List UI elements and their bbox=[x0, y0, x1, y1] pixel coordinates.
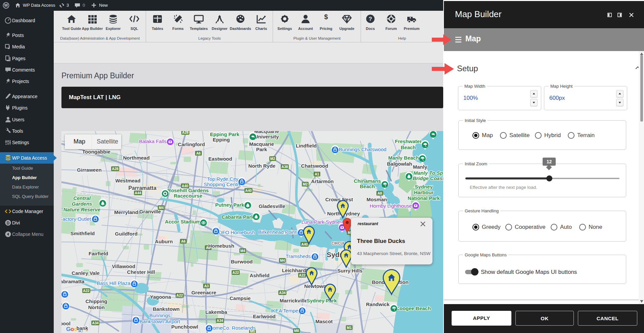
svg-text:Randwick: Randwick bbox=[366, 301, 390, 307]
svg-text:Yagoona: Yagoona bbox=[150, 294, 171, 300]
svg-text:Accor Stadium: Accor Stadium bbox=[165, 219, 200, 224]
svg-text:Birkenhead Point: Birkenhead Point bbox=[258, 229, 297, 235]
svg-text:Punchbowl: Punchbowl bbox=[171, 324, 198, 330]
svg-text:Granville: Granville bbox=[139, 209, 161, 214]
svg-text:A22: A22 bbox=[232, 270, 239, 275]
svg-text:Epping: Epping bbox=[213, 137, 230, 142]
svg-text:A3: A3 bbox=[204, 284, 209, 288]
svg-text:Homebush: Homebush bbox=[208, 243, 234, 249]
svg-text:W: W bbox=[4, 3, 8, 8]
svg-text:Ashfield: Ashfield bbox=[249, 273, 269, 278]
svg-text:D: D bbox=[7, 221, 10, 225]
svg-text:M2: M2 bbox=[270, 157, 275, 161]
svg-text:Balaka Falls: Balaka Falls bbox=[139, 138, 167, 144]
svg-text:Sydney: Sydney bbox=[415, 184, 433, 190]
svg-text:Girraween: Girraween bbox=[77, 167, 101, 173]
svg-text:Earlwood: Earlwood bbox=[253, 314, 276, 319]
svg-text:M4: M4 bbox=[240, 249, 245, 253]
svg-text:Marrickville: Marrickville bbox=[280, 298, 308, 303]
svg-text:University: University bbox=[255, 134, 279, 139]
svg-text:Racecourse: Racecourse bbox=[174, 193, 202, 199]
svg-text:Coogee Beach: Coogee Beach bbox=[396, 305, 431, 311]
svg-text:Top Ryde City: Top Ryde City bbox=[207, 176, 238, 182]
svg-text:Campsie: Campsie bbox=[230, 295, 251, 301]
svg-text:Putney Park: Putney Park bbox=[215, 202, 244, 208]
svg-text:DFO Homebush: DFO Homebush bbox=[219, 230, 255, 235]
svg-text:Norton: Norton bbox=[88, 304, 104, 310]
svg-text:Bankstown Airport: Bankstown Airport bbox=[140, 319, 181, 324]
svg-text:A22: A22 bbox=[299, 273, 305, 277]
svg-text:Chipping: Chipping bbox=[86, 298, 107, 304]
svg-text:Manly To Spit: Manly To Spit bbox=[414, 170, 443, 176]
svg-text:Lindfield: Lindfield bbox=[296, 143, 317, 149]
svg-text:Bunnings: Bunnings bbox=[149, 313, 171, 318]
svg-text:A28: A28 bbox=[182, 131, 188, 134]
svg-text:Northmead: Northmead bbox=[123, 155, 149, 161]
svg-text:A40: A40 bbox=[245, 189, 251, 193]
svg-text:Burwood: Burwood bbox=[231, 259, 253, 264]
svg-text:Gardens: Gardens bbox=[72, 201, 92, 207]
svg-text:Freshwater: Freshwater bbox=[395, 138, 422, 144]
svg-text:Park: Park bbox=[256, 147, 267, 152]
svg-text:A44: A44 bbox=[135, 191, 141, 195]
svg-text:Bunnings Chatswood: Bunnings Chatswood bbox=[339, 147, 386, 152]
svg-text:A1: A1 bbox=[315, 172, 319, 176]
svg-text:Tramsheds: Tramsheds bbox=[286, 253, 311, 259]
svg-text:Beach: Beach bbox=[401, 144, 416, 150]
svg-text:Westmead: Westmead bbox=[116, 178, 141, 183]
svg-text:pool: pool bbox=[61, 321, 71, 326]
svg-text:Lakemba: Lakemba bbox=[205, 309, 227, 315]
svg-text:Merrylands: Merrylands bbox=[114, 209, 141, 215]
svg-text:Chatswood: Chatswood bbox=[301, 163, 328, 169]
svg-text:Bankstown: Bankstown bbox=[153, 306, 180, 312]
svg-text:Chinamans: Chinamans bbox=[354, 178, 381, 184]
svg-text:Cabramatta: Cabramatta bbox=[61, 279, 85, 284]
svg-text:Artarmon: Artarmon bbox=[311, 178, 334, 184]
svg-text:Balgowlah: Balgowlah bbox=[387, 161, 412, 167]
svg-text:M8: M8 bbox=[294, 329, 299, 333]
svg-text:Harbour: Harbour bbox=[414, 190, 434, 195]
svg-text:Mascot: Mascot bbox=[315, 319, 333, 324]
svg-text:Manly Beach: Manly Beach bbox=[388, 155, 419, 161]
svg-text:Carlingford: Carlingford bbox=[178, 141, 205, 147]
svg-text:Central: Central bbox=[73, 195, 91, 201]
svg-text:Hornby Lighthouse: Hornby Lighthouse bbox=[370, 203, 412, 209]
svg-text:Luna Park Sydney: Luna Park Sydney bbox=[302, 219, 343, 225]
svg-text:Manly: Manly bbox=[413, 164, 427, 170]
svg-text:Eastwood: Eastwood bbox=[209, 156, 232, 162]
svg-text:Guildford: Guildford bbox=[115, 231, 138, 237]
svg-text:A40: A40 bbox=[301, 242, 308, 246]
svg-text:Chester Hill: Chester Hill bbox=[127, 269, 155, 275]
svg-text:Surry Hills: Surry Hills bbox=[337, 268, 362, 274]
svg-text:M1: M1 bbox=[347, 326, 352, 330]
svg-text:Parramatta: Parramatta bbox=[128, 185, 156, 191]
svg-text:Nature Reserve: Nature Reserve bbox=[63, 207, 100, 212]
svg-text:North Ryde: North Ryde bbox=[248, 163, 276, 169]
svg-text:Smithfield: Smithfield bbox=[71, 231, 95, 236]
svg-text:Bridge Coasta: Bridge Coasta bbox=[413, 175, 443, 181]
svg-text:Canley Vale: Canley Vale bbox=[72, 270, 99, 276]
svg-text:Leichhardt: Leichhardt bbox=[282, 267, 308, 273]
svg-text:Rosehill Gardens: Rosehill Gardens bbox=[167, 188, 209, 193]
svg-text:M4: M4 bbox=[280, 258, 285, 262]
svg-text:Villawood: Villawood bbox=[112, 263, 135, 269]
svg-text:A6: A6 bbox=[181, 239, 186, 243]
svg-text:Toongabbie: Toongabbie bbox=[82, 149, 110, 155]
svg-text:Cabarita Park: Cabarita Park bbox=[222, 214, 254, 220]
svg-text:IKEA Tempe: IKEA Tempe bbox=[271, 308, 298, 314]
svg-text:?: ? bbox=[369, 16, 372, 22]
svg-text:A28: A28 bbox=[112, 167, 118, 171]
svg-text:A38: A38 bbox=[281, 165, 288, 169]
svg-text:Auburn: Auburn bbox=[155, 239, 173, 244]
svg-text:HomeCo. Roselands: HomeCo. Roselands bbox=[209, 325, 256, 331]
svg-text:A34: A34 bbox=[217, 319, 223, 323]
svg-text:Beach: Beach bbox=[360, 183, 375, 189]
svg-text:A22: A22 bbox=[83, 289, 89, 293]
svg-text:A34: A34 bbox=[92, 321, 98, 325]
svg-text:Factory Outlet: Factory Outlet bbox=[61, 216, 91, 222]
svg-text:A8: A8 bbox=[377, 191, 382, 195]
svg-text:Bass Hill Plaza: Bass Hill Plaza bbox=[97, 280, 131, 286]
svg-text:Gladesville: Gladesville bbox=[259, 203, 285, 209]
svg-text:Shopping Centre: Shopping Centre bbox=[204, 181, 242, 187]
svg-text:G: G bbox=[66, 326, 71, 332]
